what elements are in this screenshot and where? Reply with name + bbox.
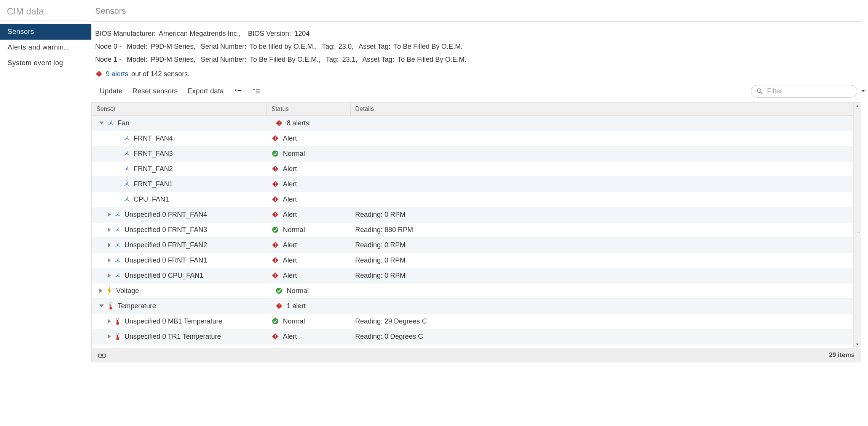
table-row[interactable]: VoltageNormal [92,283,861,299]
svg-rect-62 [117,320,118,324]
fan-icon [123,135,131,142]
details-text [351,182,861,186]
svg-rect-47 [275,261,276,262]
filter-box[interactable] [751,85,857,98]
col-details[interactable]: Details [351,102,861,115]
filter-input[interactable] [766,87,856,96]
expander-icon[interactable] [108,334,111,339]
expander-icon[interactable] [108,273,111,278]
details-text [351,167,861,171]
table-row[interactable]: CPU_FAN1Alert [92,192,861,207]
scroll-up-icon[interactable]: ▴ [856,102,858,109]
expander-icon[interactable] [108,212,111,217]
main-content: Sensors BIOS Manufacturer: American Mega… [91,0,868,362]
bios-info: BIOS Manufacturer: American Megatrends I… [91,22,861,69]
sensor-name: Unspecified 0 CPU1 Temperature [124,348,227,348]
fan-icon [123,165,131,173]
table-row[interactable]: Unspecified 0 TR1 TemperatureAlertReadin… [92,329,861,344]
table-row[interactable]: Unspecified 0 FRNT_FAN1AlertReading: 0 R… [92,253,861,268]
temp-icon [107,302,115,310]
expander-placeholder [115,167,120,171]
svg-rect-32 [275,198,276,200]
alert-icon [95,70,103,78]
svg-rect-69 [275,338,276,338]
table-row[interactable]: FRNT_FAN3Normal [92,146,861,162]
collapse-all-icon[interactable] [252,88,260,94]
table-row[interactable]: Unspecified 0 CPU_FAN1AlertReading: 0 RP… [92,268,861,283]
table-row[interactable]: Temperature1 alert [92,299,861,314]
sensor-name: Unspecified 0 MB1 Temperature [124,317,222,325]
sidebar-title: CIM data [0,3,91,21]
alert-icon [271,272,279,279]
status-text: Normal [283,317,305,325]
expander-icon[interactable] [108,227,111,232]
bios-ver-label: BIOS Version: [248,30,291,37]
expander-icon[interactable] [108,243,111,247]
scroll-down-icon[interactable]: ▾ [856,341,858,348]
svg-rect-36 [275,213,276,215]
expander-icon[interactable] [108,258,111,263]
table-row[interactable]: FRNT_FAN1Alert [92,177,861,192]
volt-icon [105,287,113,295]
table-row[interactable]: Unspecified 0 FRNT_FAN4AlertReading: 0 R… [92,207,861,223]
svg-point-39 [272,227,278,233]
expander-icon[interactable] [99,288,102,293]
col-status[interactable]: Status [267,102,351,115]
svg-rect-50 [275,274,276,276]
alerts-summary: 9 alerts out of 142 sensors. [91,69,861,83]
expand-all-icon[interactable] [234,88,242,94]
alerts-link[interactable]: 9 alerts [106,70,128,78]
expander-icon[interactable] [99,304,104,307]
svg-rect-42 [275,243,276,245]
table-row[interactable]: Unspecified 0 FRNT_FAN2AlertReading: 0 R… [92,238,861,253]
sensor-name: Voltage [116,287,139,295]
ok-icon [271,348,279,348]
status-text: Normal [287,287,309,295]
reset-sensors-button[interactable]: Reset sensors [132,87,178,95]
table-body: Fan8 alertsFRNT_FAN4AlertFRNT_FAN3Normal… [92,116,861,348]
export-data-button[interactable]: Export data [188,87,224,95]
details-text: Reading: 39 Degrees C [351,346,861,348]
status-text: Normal [283,150,305,158]
sensor-name: Temperature [118,302,156,310]
svg-rect-2 [99,75,99,76]
sensor-name: Unspecified 0 TR1 Temperature [124,333,221,341]
sidebar-item-1[interactable]: Alerts and warnin... [0,40,91,55]
table-row[interactable]: FRNT_FAN2Alert [92,162,861,177]
svg-rect-25 [275,170,276,171]
col-sensor[interactable]: Sensor [92,102,267,115]
temp-icon [114,317,121,325]
ok-icon [271,317,279,325]
alert-icon [271,195,279,203]
temp-icon [114,333,121,340]
sidebar-item-2[interactable]: System event log [0,55,91,71]
svg-point-21 [272,151,278,157]
fan-icon [114,272,121,279]
table-row[interactable]: FRNT_FAN4Alert [92,131,861,146]
sensor-name: Unspecified 0 FRNT_FAN3 [124,226,207,234]
update-button[interactable]: Update [100,87,123,95]
status-text: Alert [283,135,297,143]
scrollbar[interactable]: ▴ ▾ [853,102,861,348]
binoculars-icon[interactable] [98,352,106,358]
svg-rect-51 [275,277,276,277]
status-text: Alert [283,333,297,341]
sensor-name: Unspecified 0 FRNT_FAN1 [124,256,207,264]
details-text: Reading: 0 RPM [351,208,861,221]
table-row[interactable]: Unspecified 0 CPU1 TemperatureNormalRead… [92,344,861,348]
expander-icon[interactable] [99,122,104,125]
sidebar-item-0[interactable]: Sensors [0,24,91,40]
chevron-down-icon[interactable] [859,87,867,95]
bios-ver-value: 1204 [294,30,310,37]
table-row[interactable]: Unspecified 0 MB1 TemperatureNormalReadi… [92,314,861,329]
table-row[interactable]: Unspecified 0 FRNT_FAN3NormalReading: 88… [92,223,861,238]
bios-mfr-value: American Megatrends Inc., [159,30,241,37]
status-text: Alert [283,241,297,249]
fan-icon [114,256,121,264]
fan-icon [114,241,121,249]
table-row[interactable]: Fan8 alerts [92,116,861,131]
resize-handle[interactable]: :: [857,231,861,234]
status-text: 8 alerts [287,119,309,127]
details-text [354,288,861,293]
expander-icon[interactable] [108,319,111,324]
